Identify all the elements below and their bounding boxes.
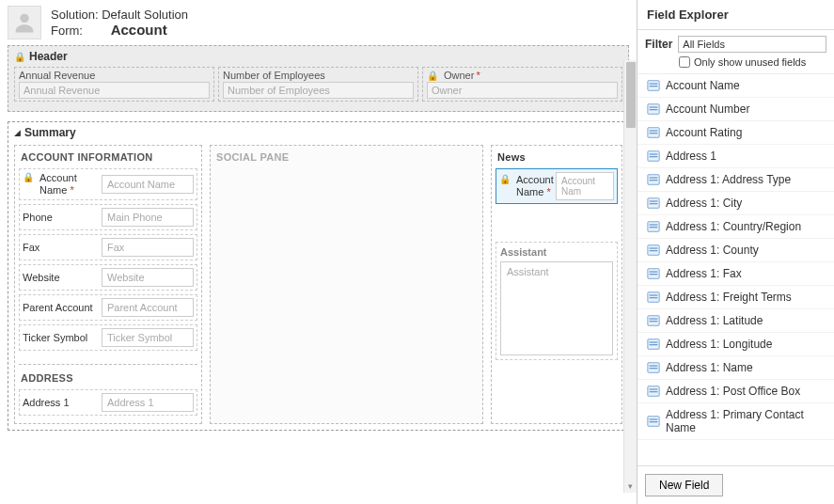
field-icon [647, 150, 660, 163]
svg-rect-29 [650, 294, 658, 295]
lock-icon: 🔒 [23, 172, 34, 183]
field-website[interactable]: Website Website [19, 264, 197, 291]
scrollbar[interactable]: ▾ [623, 60, 637, 493]
field-list-item[interactable]: Address 1: Post Office Box [637, 380, 834, 403]
address-section[interactable]: ADDRESS Address 1 Address 1 [19, 364, 197, 416]
account-info-title: ACCOUNT INFORMATION [19, 150, 197, 168]
summary-tab[interactable]: ◢ Summary ACCOUNT INFORMATION 🔒 Account … [8, 121, 629, 431]
svg-rect-42 [650, 391, 658, 392]
svg-rect-35 [650, 341, 658, 342]
field-item-label: Address 1: Fax [666, 267, 742, 280]
field-list-item[interactable]: Address 1: Fax [637, 262, 834, 286]
svg-rect-15 [650, 180, 658, 181]
svg-rect-45 [650, 421, 658, 422]
svg-point-0 [20, 14, 28, 23]
svg-rect-30 [650, 297, 658, 298]
field-list-item[interactable]: Account Name [637, 74, 834, 98]
svg-rect-12 [650, 156, 658, 157]
svg-rect-23 [650, 247, 658, 248]
svg-rect-14 [650, 177, 658, 178]
scroll-down-icon[interactable]: ▾ [624, 480, 637, 493]
field-list-item[interactable]: Address 1: Name [637, 356, 834, 380]
field-item-label: Address 1: County [666, 244, 759, 257]
field-list-item[interactable]: Address 1: Freight Terms [637, 286, 834, 309]
field-phone[interactable]: Phone Main Phone [19, 204, 197, 230]
field-icon [647, 197, 660, 210]
canvas: 🔒 Header Annual Revenue Annual Revenue N… [8, 45, 629, 431]
field-list-item[interactable]: Address 1: Longitude [637, 333, 834, 356]
field-icon [647, 415, 660, 428]
svg-rect-21 [650, 227, 658, 228]
column-left[interactable]: ACCOUNT INFORMATION 🔒 Account Name * Acc… [14, 145, 202, 424]
form-label: Form: [51, 24, 107, 38]
svg-rect-2 [650, 83, 658, 84]
field-list-item[interactable]: Address 1: Primary Contact Name [637, 403, 834, 440]
new-field-button[interactable]: New Field [645, 474, 723, 496]
svg-rect-20 [650, 224, 658, 225]
news-field-account-name[interactable]: 🔒 Account Name * Account Nam [496, 168, 618, 204]
svg-rect-9 [650, 133, 658, 134]
entity-avatar [8, 6, 41, 39]
assistant-section[interactable]: Assistant Assistant [496, 242, 618, 360]
field-item-label: Address 1: Name [666, 361, 753, 374]
column-right[interactable]: News 🔒 Account Name * Account Nam [491, 145, 622, 424]
unused-fields-label: Only show unused fields [694, 56, 806, 68]
header-input[interactable]: Number of Employees [223, 82, 414, 99]
field-icon [647, 338, 660, 351]
column-middle[interactable]: SOCIAL PANE [210, 145, 483, 424]
filter-select[interactable]: All Fields [678, 36, 826, 53]
assistant-box[interactable]: Assistant [500, 261, 613, 355]
svg-rect-26 [650, 271, 658, 272]
svg-rect-11 [650, 153, 658, 154]
field-ticker-symbol[interactable]: Ticker Symbol Ticker Symbol [19, 324, 197, 351]
field-item-label: Address 1: Latitude [666, 314, 763, 327]
field-item-label: Account Number [666, 102, 749, 116]
field-list-item[interactable]: Address 1: City [637, 192, 834, 215]
field-list-item[interactable]: Address 1: County [637, 239, 834, 262]
header-section[interactable]: 🔒 Header Annual Revenue Annual Revenue N… [8, 45, 629, 112]
caret-down-icon: ◢ [14, 128, 21, 137]
svg-rect-18 [650, 203, 658, 204]
header-section-title: Header [29, 50, 68, 63]
field-list-item[interactable]: Account Rating [637, 121, 834, 145]
svg-rect-3 [650, 86, 658, 87]
lock-icon: 🔒 [427, 71, 438, 81]
header-field-annual-revenue[interactable]: Annual Revenue Annual Revenue [14, 67, 214, 102]
field-icon [647, 102, 660, 116]
field-list-item[interactable]: Account Number [637, 98, 834, 121]
field-icon [647, 244, 660, 257]
news-title: News [496, 150, 618, 168]
field-list-item[interactable]: Address 1: Country/Region [637, 215, 834, 239]
field-item-label: Address 1: Post Office Box [666, 385, 800, 398]
field-parent-account[interactable]: Parent Account Parent Account [19, 294, 197, 321]
field-item-label: Address 1 [666, 150, 716, 163]
field-icon [647, 385, 660, 398]
field-fax[interactable]: Fax Fax [19, 234, 197, 260]
field-icon [647, 220, 660, 233]
svg-rect-39 [650, 368, 658, 369]
unused-fields-checkbox[interactable] [679, 56, 690, 68]
field-icon [647, 314, 660, 327]
title-block: Solution: Default Solution Form: Account [51, 8, 188, 38]
header-input[interactable]: Annual Revenue [19, 82, 210, 99]
field-address1[interactable]: Address 1 Address 1 [19, 389, 197, 416]
field-item-label: Address 1: Primary Contact Name [666, 408, 825, 434]
field-account-name[interactable]: 🔒 Account Name * Account Name [19, 168, 197, 200]
required-star: * [70, 184, 73, 196]
form-header: Solution: Default Solution Form: Account [8, 6, 629, 39]
summary-title: Summary [24, 126, 76, 139]
scroll-thumb[interactable] [626, 62, 636, 128]
svg-rect-32 [650, 318, 658, 319]
field-list-item[interactable]: Address 1 [637, 145, 834, 168]
field-list-item[interactable]: Address 1: Latitude [637, 309, 834, 333]
header-field-employees[interactable]: Number of Employees Number of Employees [218, 67, 418, 102]
svg-rect-27 [650, 274, 658, 275]
svg-rect-17 [650, 200, 658, 201]
svg-rect-6 [650, 109, 658, 110]
social-pane-title: SOCIAL PANE [214, 150, 479, 168]
header-field-owner[interactable]: 🔒 Owner * Owner [422, 67, 622, 102]
address-title: ADDRESS [19, 370, 197, 389]
svg-rect-5 [650, 106, 658, 107]
field-list-item[interactable]: Address 1: Address Type [637, 168, 834, 192]
header-input[interactable]: Owner [427, 82, 618, 99]
